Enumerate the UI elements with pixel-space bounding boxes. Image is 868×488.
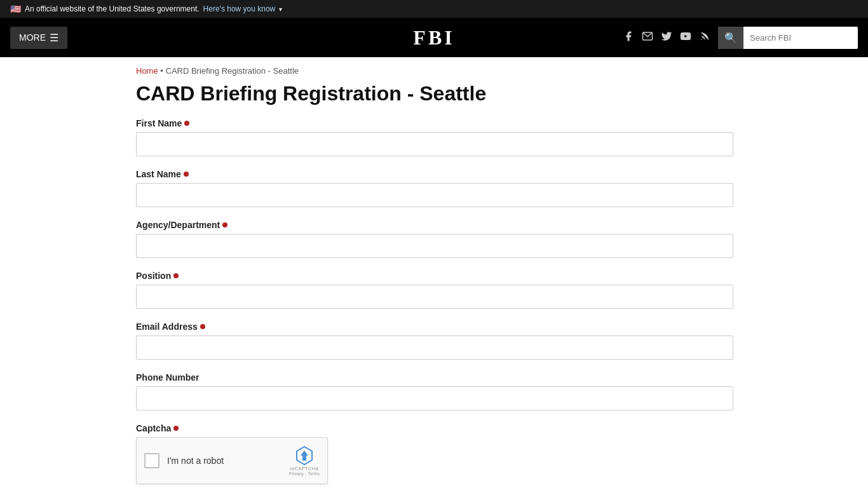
first-name-field: First Name <box>136 118 732 156</box>
breadcrumb: Home • CARD Briefing Registration - Seat… <box>0 57 868 79</box>
email-icon[interactable] <box>642 30 653 45</box>
more-label: MORE <box>19 32 46 43</box>
agency-dept-field: Agency/Department <box>136 220 732 258</box>
agency-dept-input[interactable] <box>136 234 733 258</box>
position-input[interactable] <box>136 285 733 309</box>
required-indicator <box>200 324 205 329</box>
email-input[interactable] <box>136 336 733 360</box>
breadcrumb-separator: • <box>160 66 163 76</box>
rss-icon[interactable] <box>699 30 710 45</box>
recaptcha-links: Privacy - Terms <box>289 471 320 476</box>
captcha-left: I'm not a robot <box>144 453 224 468</box>
how-you-know-link[interactable]: Here's how you know <box>203 4 276 13</box>
nav-center: FBI <box>413 26 454 50</box>
search-button[interactable]: 🔍 <box>718 27 743 49</box>
email-field: Email Address <box>136 322 732 360</box>
required-indicator <box>184 172 189 177</box>
recaptcha-brand-label: reCAPTCHA <box>290 466 318 471</box>
captcha-text: I'm not a robot <box>167 456 224 466</box>
search-icon: 🔍 <box>724 32 737 43</box>
top-nav: MORE ☰ FBI 🔍 <box>0 18 868 57</box>
captcha-field: Captcha I'm not a robot reCAPTCHA Privac… <box>136 423 732 484</box>
more-button[interactable]: MORE ☰ <box>10 27 67 49</box>
required-indicator <box>173 273 179 278</box>
breadcrumb-current: CARD Briefing Registration - Seattle <box>166 66 299 76</box>
page-content: CARD Briefing Registration - Seattle Fir… <box>0 82 868 488</box>
first-name-label: First Name <box>136 118 732 128</box>
page-title: CARD Briefing Registration - Seattle <box>136 82 732 105</box>
last-name-field: Last Name <box>136 169 732 207</box>
breadcrumb-home[interactable]: Home <box>136 66 158 76</box>
svg-point-2 <box>701 39 702 40</box>
first-name-input[interactable] <box>136 132 733 156</box>
nav-right: 🔍 <box>623 27 858 49</box>
hamburger-icon: ☰ <box>50 32 58 44</box>
twitter-icon[interactable] <box>661 30 672 45</box>
facebook-icon[interactable] <box>623 30 634 45</box>
gov-banner-text: An official website of the United States… <box>25 4 200 13</box>
email-label: Email Address <box>136 322 732 332</box>
search-input[interactable] <box>743 28 858 48</box>
fbi-logo: FBI <box>413 26 454 49</box>
youtube-icon[interactable] <box>680 30 691 45</box>
last-name-label: Last Name <box>136 169 732 179</box>
dropdown-icon: ▾ <box>279 6 282 13</box>
recaptcha-logo-icon <box>294 445 315 466</box>
required-indicator <box>173 426 179 431</box>
required-indicator <box>222 222 227 227</box>
search-container: 🔍 <box>718 27 858 49</box>
captcha-checkbox[interactable] <box>144 453 159 468</box>
captcha-box: I'm not a robot reCAPTCHA Privacy - Term… <box>136 437 328 484</box>
phone-field: Phone Number <box>136 372 732 410</box>
phone-label: Phone Number <box>136 372 732 383</box>
terms-link[interactable]: Terms <box>308 471 320 476</box>
agency-dept-label: Agency/Department <box>136 220 732 230</box>
position-label: Position <box>136 271 732 281</box>
captcha-label: Captcha <box>136 423 732 433</box>
position-field: Position <box>136 271 732 309</box>
captcha-right: reCAPTCHA Privacy - Terms <box>289 445 320 476</box>
last-name-input[interactable] <box>136 183 733 207</box>
required-indicator <box>184 121 189 126</box>
phone-input[interactable] <box>136 386 733 410</box>
privacy-link[interactable]: Privacy <box>289 471 304 476</box>
gov-banner: 🇺🇸 An official website of the United Sta… <box>0 0 868 18</box>
us-flag-icon: 🇺🇸 <box>10 4 21 14</box>
nav-left: MORE ☰ <box>10 27 67 49</box>
